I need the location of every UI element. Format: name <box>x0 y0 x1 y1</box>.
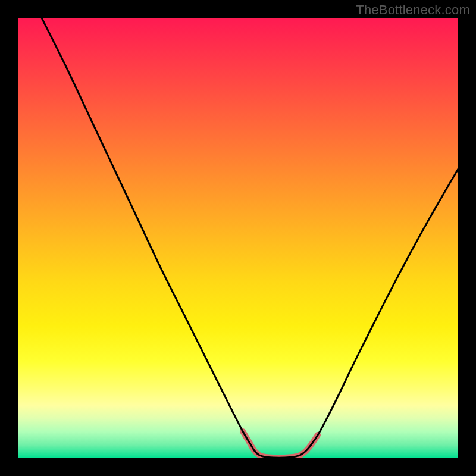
black-curve-path <box>42 18 458 458</box>
chart-frame: TheBottleneck.com <box>0 0 476 476</box>
bottom-highlight-path <box>243 431 318 458</box>
plot-area <box>18 18 458 458</box>
watermark-text: TheBottleneck.com <box>356 2 470 18</box>
curve-layer <box>18 18 458 458</box>
